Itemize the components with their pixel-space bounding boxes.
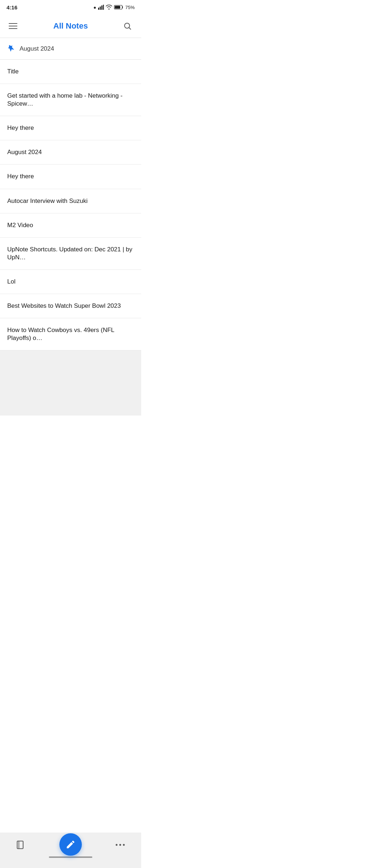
- note-title: M2 Video: [7, 221, 134, 229]
- status-time: 4:16: [7, 4, 17, 10]
- note-item[interactable]: Title: [0, 60, 141, 84]
- note-item[interactable]: Lol: [0, 270, 141, 294]
- pin-icon: [5, 42, 17, 55]
- note-title: Hey there: [7, 124, 134, 132]
- note-item[interactable]: UpNote Shortcuts. Updated on: Dec 2021 |…: [0, 238, 141, 270]
- svg-rect-3: [103, 5, 104, 10]
- pinned-label: August 2024: [20, 45, 54, 52]
- note-item[interactable]: M2 Video: [0, 213, 141, 238]
- battery-icon: [114, 5, 123, 10]
- note-item[interactable]: Hey there: [0, 116, 141, 140]
- note-title: How to Watch Cowboys vs. 49ers (NFL Play…: [7, 326, 134, 342]
- note-title: Hey there: [7, 173, 134, 180]
- search-button[interactable]: [121, 20, 134, 33]
- note-title: Get started with a home lab - Networking…: [7, 92, 134, 108]
- bottom-spacer: [0, 350, 141, 416]
- pinned-section[interactable]: August 2024: [0, 38, 141, 60]
- header: All Notes: [0, 13, 141, 38]
- note-item[interactable]: Autocar Interview with Suzuki: [0, 189, 141, 213]
- svg-rect-2: [101, 5, 102, 10]
- status-bar: 4:16 ●: [0, 0, 141, 13]
- note-title: Lol: [7, 278, 134, 286]
- note-title: Autocar Interview with Suzuki: [7, 197, 134, 205]
- note-title: August 2024: [7, 148, 134, 156]
- svg-rect-1: [100, 7, 101, 10]
- notes-list: TitleGet started with a home lab - Netwo…: [0, 60, 141, 350]
- signal-strength-icon: [98, 5, 104, 10]
- battery-percent: 75%: [125, 5, 135, 10]
- note-title: Best Websites to Watch Super Bowl 2023: [7, 302, 134, 310]
- notes-section: TitleGet started with a home lab - Netwo…: [0, 60, 141, 416]
- whatsapp-icon: ●: [93, 5, 96, 10]
- note-title: Title: [7, 68, 134, 76]
- svg-rect-0: [98, 8, 99, 10]
- wifi-icon: [106, 5, 112, 10]
- svg-rect-5: [115, 6, 120, 9]
- note-item[interactable]: Get started with a home lab - Networking…: [0, 84, 141, 116]
- note-item[interactable]: Hey there: [0, 165, 141, 189]
- note-item[interactable]: August 2024: [0, 140, 141, 165]
- note-item[interactable]: How to Watch Cowboys vs. 49ers (NFL Play…: [0, 318, 141, 350]
- note-title: UpNote Shortcuts. Updated on: Dec 2021 |…: [7, 246, 134, 261]
- status-icons: ●: [93, 5, 135, 10]
- page-title: All Notes: [53, 21, 88, 31]
- menu-button[interactable]: [7, 20, 20, 33]
- svg-line-7: [129, 28, 131, 30]
- note-item[interactable]: Best Websites to Watch Super Bowl 2023: [0, 294, 141, 318]
